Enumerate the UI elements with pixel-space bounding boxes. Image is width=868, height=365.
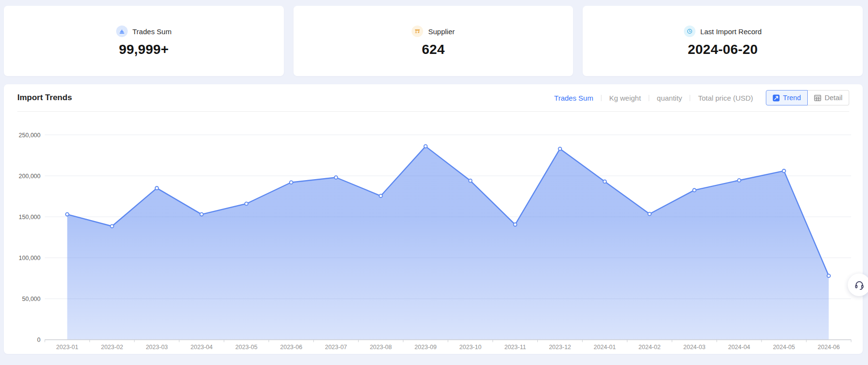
stat-value: 624 xyxy=(422,42,444,57)
tab-kg-weight[interactable]: Kg weight xyxy=(609,94,641,102)
svg-text:2024-05: 2024-05 xyxy=(773,344,795,351)
svg-text:2024-04: 2024-04 xyxy=(728,344,750,351)
trend-button[interactable]: Trend xyxy=(766,90,808,105)
svg-text:2023-10: 2023-10 xyxy=(459,344,481,351)
dashboard-screen: Trades Sum 99,999+ Supplier 624 xyxy=(0,0,868,365)
import-trends-panel: Import Trends Trades Sum Kg weight quant… xyxy=(4,84,863,354)
table-icon xyxy=(814,94,821,102)
svg-text:2023-04: 2023-04 xyxy=(190,344,213,351)
svg-text:2023-02: 2023-02 xyxy=(101,344,123,351)
storefront-icon xyxy=(412,26,423,37)
stat-card-trades-sum: Trades Sum 99,999+ xyxy=(4,6,284,76)
svg-text:250,000: 250,000 xyxy=(19,132,40,139)
support-fab[interactable] xyxy=(848,274,868,296)
svg-text:2023-06: 2023-06 xyxy=(280,344,302,351)
svg-text:2024-02: 2024-02 xyxy=(639,344,661,351)
stat-card-supplier: Supplier 624 xyxy=(294,6,574,76)
svg-text:2024-06: 2024-06 xyxy=(818,344,840,351)
tab-quantity[interactable]: quantity xyxy=(657,94,682,102)
svg-text:2023-05: 2023-05 xyxy=(235,344,257,351)
tab-total-price[interactable]: Total price (USD) xyxy=(698,94,753,102)
svg-text:0: 0 xyxy=(37,337,40,343)
trend-icon xyxy=(773,94,780,102)
stat-cards-row: Trades Sum 99,999+ Supplier 624 xyxy=(4,6,863,76)
tab-separator xyxy=(690,95,690,101)
stat-value: 99,999+ xyxy=(119,42,169,57)
import-trends-chart[interactable]: 050,000100,000150,000200,000250,0002023-… xyxy=(4,111,863,354)
svg-text:2023-07: 2023-07 xyxy=(325,344,347,351)
stat-label: Last Import Record xyxy=(700,27,762,36)
headset-icon xyxy=(854,279,865,291)
svg-text:150,000: 150,000 xyxy=(19,214,40,221)
bar-chart-icon xyxy=(116,26,128,37)
area-chart-svg: 050,000100,000150,000200,000250,0002023-… xyxy=(4,111,863,354)
tab-separator xyxy=(649,95,649,101)
tab-separator xyxy=(601,95,601,101)
clock-icon xyxy=(684,26,695,37)
svg-text:2023-12: 2023-12 xyxy=(549,344,571,351)
stat-value: 2024-06-20 xyxy=(688,42,758,57)
stat-label: Trades Sum xyxy=(133,27,172,36)
metric-tabs: Trades Sum Kg weight quantity Total pric… xyxy=(554,94,753,102)
svg-text:200,000: 200,000 xyxy=(19,173,40,180)
detail-button-label: Detail xyxy=(825,94,842,102)
svg-text:2023-11: 2023-11 xyxy=(504,344,526,351)
stat-label: Supplier xyxy=(428,27,454,36)
svg-text:100,000: 100,000 xyxy=(19,255,40,261)
trend-button-label: Trend xyxy=(783,94,801,102)
detail-button[interactable]: Detail xyxy=(808,90,849,105)
svg-text:2023-03: 2023-03 xyxy=(146,344,168,351)
svg-text:2024-03: 2024-03 xyxy=(683,344,706,351)
tab-trades-sum[interactable]: Trades Sum xyxy=(554,94,593,102)
svg-text:50,000: 50,000 xyxy=(22,296,40,302)
svg-text:2023-09: 2023-09 xyxy=(414,344,437,351)
svg-text:2023-01: 2023-01 xyxy=(56,344,79,351)
stat-card-last-import: Last Import Record 2024-06-20 xyxy=(583,6,863,76)
svg-text:2024-01: 2024-01 xyxy=(594,344,616,351)
view-toggle: Trend Detail xyxy=(766,90,849,105)
chart-header: Import Trends Trades Sum Kg weight quant… xyxy=(4,84,863,111)
svg-text:2023-08: 2023-08 xyxy=(370,344,392,351)
panel-title: Import Trends xyxy=(17,93,72,103)
